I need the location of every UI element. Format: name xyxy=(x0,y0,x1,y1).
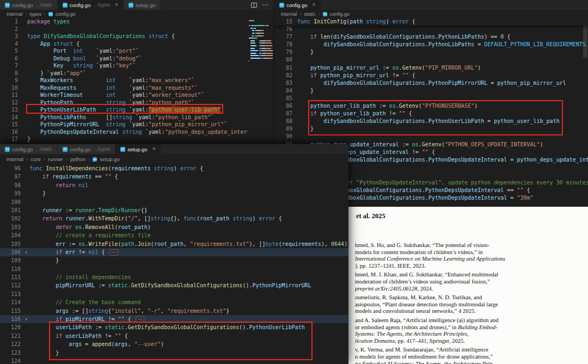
line-number: 113 xyxy=(0,290,29,298)
breadcrumb-item[interactable]: types xyxy=(30,11,42,17)
code-line[interactable]: 12 PythonPath string `yaml:"python_path"… xyxy=(0,99,274,107)
breadcrumb-item[interactable]: static xyxy=(304,11,316,17)
code-line[interactable]: 15 PythonPipMirrorURL string `yaml:"pyth… xyxy=(0,121,274,128)
code-line[interactable]: 80 xyxy=(274,56,588,64)
code-line[interactable]: 16 PythonDepsUpdateInterval string `yaml… xyxy=(0,128,274,136)
code-line[interactable]: 14 PythonLibPaths []string `yaml:"python… xyxy=(0,114,274,121)
line-number: 123 xyxy=(0,349,29,357)
code-line[interactable]: 11 WorkerTimeout int `yaml:"worker_timeo… xyxy=(0,91,274,99)
code-line[interactable]: 100 xyxy=(0,198,348,206)
code-line[interactable]: 109 } xyxy=(0,256,348,264)
close-tab-icon[interactable]: × xyxy=(115,2,118,8)
code-line[interactable]: 78 difySandboxGlobalConfigurations.Pytho… xyxy=(274,41,588,48)
code-text: difySandboxGlobalConfigurations.PythonPi… xyxy=(297,79,566,87)
code-line[interactable]: 8 } `yaml:"app"` xyxy=(0,70,274,77)
code-line[interactable]: 13 PythonUserLibPath string `yaml:"pytho… xyxy=(0,106,274,114)
code-line[interactable]: 120 userLibPath := static.GetDifySandbox… xyxy=(0,323,348,331)
code-line[interactable]: 113 xyxy=(0,290,348,298)
fold-chevron-icon[interactable]: › xyxy=(24,248,28,256)
tab-config-go[interactable]: config.go...\static xyxy=(0,0,58,10)
minimap[interactable] xyxy=(248,18,274,148)
code-line[interactable]: 2 xyxy=(0,26,274,33)
code-line[interactable]: 89 } xyxy=(274,125,588,133)
code-line[interactable]: 110 xyxy=(0,265,348,273)
code-line[interactable]: 1package types xyxy=(0,18,274,26)
code-line[interactable]: 86 python_user_lib_path := os.Getenv("PY… xyxy=(274,102,588,110)
code-line[interactable]: 10 MaxRequests int `yaml:"max_requests"` xyxy=(0,84,274,92)
code-line[interactable]: 116› if pipMirrorURL != "" { ⋯ xyxy=(0,315,348,323)
breadcrumb-item[interactable]: internal xyxy=(7,11,23,17)
line-number: 111 xyxy=(0,273,29,281)
tab-config-go[interactable]: config.go...\types× xyxy=(58,0,124,10)
code-line[interactable]: 77 if len(difySandboxGlobalConfiguration… xyxy=(274,33,588,41)
code-line[interactable]: 17} xyxy=(0,135,274,143)
breadcrumb-item[interactable]: internal xyxy=(281,11,297,17)
code-line[interactable]: 106› if err != nil { ⋯ xyxy=(0,248,348,256)
line-number: 98 xyxy=(0,181,29,189)
close-tab-icon[interactable]: × xyxy=(313,2,316,8)
breadcrumb-separator-icon: › xyxy=(300,11,302,17)
code-line[interactable]: 123 } xyxy=(0,349,348,357)
code-line[interactable]: 114 // Create the base command xyxy=(0,298,348,306)
tab-setup-go[interactable]: setup.go× xyxy=(115,144,161,154)
close-tab-icon[interactable]: × xyxy=(152,146,156,152)
line-number: 109 xyxy=(0,256,29,264)
breadcrumb-file[interactable]: setup.go xyxy=(100,156,119,162)
line-number: 104 xyxy=(0,231,29,239)
code-line[interactable]: 81 python_pip_mirror_url := os.Getenv("P… xyxy=(274,64,588,72)
breadcrumb-item[interactable]: internal xyxy=(7,156,23,162)
code-line[interactable]: 83 difySandboxGlobalConfigurations.Pytho… xyxy=(274,79,588,87)
code-line[interactable]: 122 args = append(args, "--user") xyxy=(0,340,348,348)
code-line[interactable]: 84 } xyxy=(274,87,588,95)
code-line[interactable]: 3type DifySandboxGlobalConfigurations st… xyxy=(0,33,274,40)
tab-config-go[interactable]: config.go...\static xyxy=(0,144,58,154)
code-line[interactable]: 112 pipMirrorURL := static.GetDifySandbo… xyxy=(0,281,348,289)
code-line[interactable]: 85 xyxy=(274,95,588,102)
code-line[interactable]: 90 xyxy=(274,133,588,140)
code-text: defer os.RemoveAll(root_path) xyxy=(29,223,151,231)
code-line[interactable]: 115 args := []string{"install", "-r", "r… xyxy=(0,307,348,315)
line-number: 10 xyxy=(0,84,27,92)
code-line[interactable]: 101 runner := runner.TempDirRunner{} xyxy=(0,206,348,214)
code-line[interactable]: 104 // create a requirements file xyxy=(0,231,348,239)
code-line[interactable]: 111 // install dependencies xyxy=(0,273,348,281)
code-line[interactable]: 79 } xyxy=(274,48,588,56)
reference-line: International Conference on Machine Lear… xyxy=(355,256,579,263)
code-line[interactable]: 4 App struct { xyxy=(0,40,274,48)
code-line[interactable]: 99 } xyxy=(0,189,348,198)
code-line[interactable]: 98 return nil xyxy=(0,181,348,189)
code-line[interactable]: 103 defer os.RemoveAll(root_path) xyxy=(0,223,348,231)
code-line[interactable]: 105 err := os.WriteFile(path.Join(root_p… xyxy=(0,240,348,248)
folded-code-icon[interactable]: ⋯ xyxy=(136,316,144,323)
code-line[interactable]: 97 if requirements == "" { xyxy=(0,172,348,181)
breadcrumb-item[interactable]: runner xyxy=(48,156,63,162)
split-editor-icon[interactable] xyxy=(251,3,257,8)
folded-code-icon[interactable]: ⋯ xyxy=(109,249,118,256)
breadcrumb-file[interactable]: config.go xyxy=(56,11,76,17)
code-line[interactable]: 96func InstallDependencies(requirements … xyxy=(0,164,348,172)
code-line[interactable]: 76 xyxy=(274,26,588,33)
tab-config-go[interactable]: config.go...\types xyxy=(58,144,115,154)
code-line[interactable]: 121 if userLibPath != "" { xyxy=(0,332,348,340)
code-line[interactable]: 7 Key string `yaml:"key"` xyxy=(0,62,274,70)
code-line[interactable]: 82 if python_pip_mirror_url != "" { xyxy=(274,72,588,79)
sticky-scroll-line[interactable]: 15func InitConfig(path string) error { xyxy=(274,18,588,26)
code-line[interactable]: 87 if python_user_lib_path != "" { xyxy=(274,110,588,118)
tab-config-go[interactable]: config.go× xyxy=(274,0,321,10)
code-line[interactable]: 9 MaxWorkers int `yaml:"max_workers"` xyxy=(0,77,274,84)
tab-setup-go[interactable]: setup.go xyxy=(124,0,161,10)
line-number: 122 xyxy=(0,340,29,348)
breadcrumb-file[interactable]: config.go xyxy=(330,11,350,17)
breadcrumb-item[interactable]: python xyxy=(70,156,86,162)
more-actions-icon[interactable]: ⋯ xyxy=(262,2,268,8)
line-number: 4 xyxy=(0,40,27,48)
breadcrumb-item[interactable]: core xyxy=(30,156,40,162)
code-line[interactable]: 124 xyxy=(0,357,348,364)
code-line[interactable]: 88 difySandboxGlobalConfigurations.Pytho… xyxy=(274,118,588,125)
code-line[interactable]: 5 Port int `yaml:"port"` xyxy=(0,47,274,55)
code-line[interactable]: 6 Debug bool `yaml:"debug"` xyxy=(0,55,274,63)
fold-chevron-icon[interactable]: › xyxy=(24,315,28,323)
code-line[interactable]: 102 return runner.WithTempDir("/", []str… xyxy=(0,214,348,223)
line-number: 8 xyxy=(0,70,27,77)
reference-line: v, K. Verma, and M. Sundararajan, “Artif… xyxy=(355,347,579,354)
